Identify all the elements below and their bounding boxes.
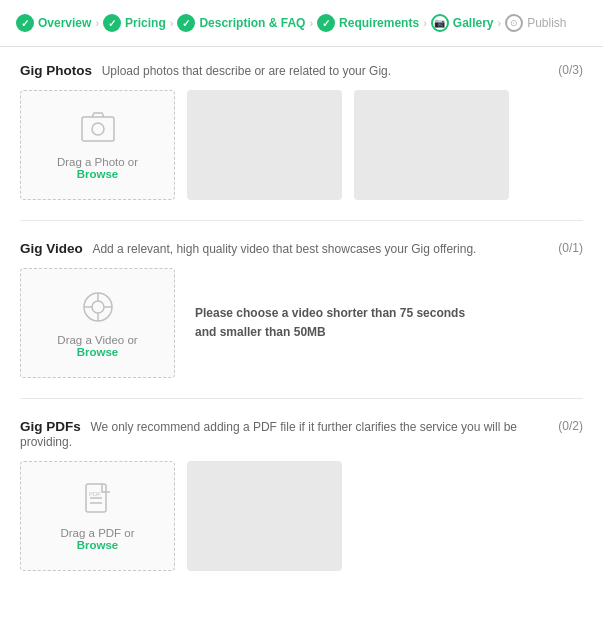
publish-icon: ⊙ — [505, 14, 523, 32]
photos-title-row: Gig Photos Upload photos that describe o… — [20, 63, 391, 78]
svg-point-1 — [92, 123, 104, 135]
video-browse-link[interactable]: Browse — [77, 346, 119, 358]
video-title: Gig Video — [20, 241, 83, 256]
photo-placeholder-1 — [187, 90, 342, 200]
pdf-icon: PDF — [80, 482, 116, 521]
breadcrumb-label-publish: Publish — [527, 16, 566, 30]
description-check-icon: ✓ — [177, 14, 195, 32]
breadcrumb-sep-1: › — [95, 17, 99, 29]
photos-header: Gig Photos Upload photos that describe o… — [20, 63, 583, 78]
pricing-check-icon: ✓ — [103, 14, 121, 32]
photo-drag-label: Drag a Photo or — [57, 156, 138, 168]
video-info-bold: 50MB — [294, 325, 326, 339]
breadcrumb-item-publish[interactable]: ⊙ Publish — [505, 14, 566, 32]
gig-video-section: Gig Video Add a relevant, high quality v… — [20, 241, 583, 399]
gig-pdfs-section: Gig PDFs We only recommend adding a PDF … — [20, 419, 583, 591]
overview-check-icon: ✓ — [16, 14, 34, 32]
pdf-placeholder-1 — [187, 461, 342, 571]
pdfs-title: Gig PDFs — [20, 419, 81, 434]
breadcrumb-item-requirements[interactable]: ✓ Requirements — [317, 14, 419, 32]
gallery-icon: 📷 — [431, 14, 449, 32]
video-info-line1: Please choose a video shorter than 75 se… — [195, 306, 465, 320]
main-content: Gig Photos Upload photos that describe o… — [0, 47, 603, 622]
svg-point-3 — [92, 301, 104, 313]
breadcrumb-label-description: Description & FAQ — [199, 16, 305, 30]
requirements-check-icon: ✓ — [317, 14, 335, 32]
pdfs-title-row: Gig PDFs We only recommend adding a PDF … — [20, 419, 558, 449]
photo-placeholder-2 — [354, 90, 509, 200]
photos-counter: (0/3) — [558, 63, 583, 77]
breadcrumb-item-overview[interactable]: ✓ Overview — [16, 14, 91, 32]
video-upload-box[interactable]: Drag a Video or Browse — [20, 268, 175, 378]
breadcrumb-label-overview: Overview — [38, 16, 91, 30]
video-description: Add a relevant, high quality video that … — [92, 242, 476, 256]
video-upload-row: Drag a Video or Browse Please choose a v… — [20, 268, 583, 378]
breadcrumb-label-pricing: Pricing — [125, 16, 166, 30]
breadcrumb: ✓ Overview › ✓ Pricing › ✓ Description &… — [0, 0, 603, 47]
pdfs-counter: (0/2) — [558, 419, 583, 433]
breadcrumb-label-requirements: Requirements — [339, 16, 419, 30]
svg-text:PDF: PDF — [89, 491, 101, 497]
gig-photos-section: Gig Photos Upload photos that describe o… — [20, 63, 583, 221]
photos-description: Upload photos that describe or are relat… — [102, 64, 392, 78]
video-info-line2: and smaller than — [195, 325, 290, 339]
breadcrumb-sep-3: › — [309, 17, 313, 29]
breadcrumb-item-pricing[interactable]: ✓ Pricing — [103, 14, 166, 32]
pdfs-header: Gig PDFs We only recommend adding a PDF … — [20, 419, 583, 449]
photo-browse-link[interactable]: Browse — [77, 168, 119, 180]
video-header: Gig Video Add a relevant, high quality v… — [20, 241, 583, 256]
pdf-drag-label: Drag a PDF or — [60, 527, 134, 539]
breadcrumb-sep-5: › — [498, 17, 502, 29]
video-drag-label: Drag a Video or — [57, 334, 137, 346]
video-counter: (0/1) — [558, 241, 583, 255]
photo-icon — [80, 111, 116, 150]
pdfs-description: We only recommend adding a PDF file if i… — [20, 420, 517, 449]
photos-upload-row: Drag a Photo or Browse — [20, 90, 583, 200]
breadcrumb-sep-2: › — [170, 17, 174, 29]
photos-title: Gig Photos — [20, 63, 92, 78]
pdf-upload-box[interactable]: PDF Drag a PDF or Browse — [20, 461, 175, 571]
pdfs-upload-row: PDF Drag a PDF or Browse — [20, 461, 583, 571]
svg-rect-0 — [82, 117, 114, 141]
video-title-row: Gig Video Add a relevant, high quality v… — [20, 241, 476, 256]
video-icon — [80, 289, 116, 328]
video-info: Please choose a video shorter than 75 se… — [195, 304, 465, 342]
breadcrumb-sep-4: › — [423, 17, 427, 29]
pdf-browse-link[interactable]: Browse — [77, 539, 119, 551]
breadcrumb-label-gallery: Gallery — [453, 16, 494, 30]
breadcrumb-item-gallery[interactable]: 📷 Gallery — [431, 14, 494, 32]
photo-upload-box[interactable]: Drag a Photo or Browse — [20, 90, 175, 200]
breadcrumb-item-description[interactable]: ✓ Description & FAQ — [177, 14, 305, 32]
